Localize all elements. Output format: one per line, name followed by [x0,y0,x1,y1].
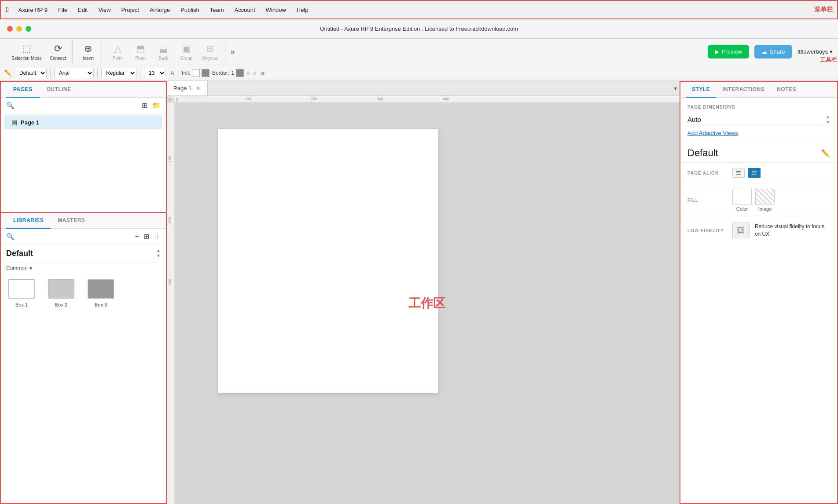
menu-arrange[interactable]: Arrange [145,5,174,15]
ruler-origin: ⊕ [167,97,172,102]
dimension-stepper[interactable]: ▲ ▼ [826,114,830,125]
pages-panel: PAGES OUTLINE 🔍 ⊞ 📁 ▤ Page 1 [0,81,167,213]
tab-masters[interactable]: MASTERS [51,213,92,229]
fill-color-label: Color [736,206,748,212]
point-button[interactable]: △ Point [107,40,129,63]
ruler-line-100 [245,100,245,102]
widget-box2[interactable]: Box 2 [46,279,77,307]
ungroup-button[interactable]: ⊞ Ungroup [198,40,222,63]
menu-window[interactable]: Window [261,5,290,15]
minimize-button[interactable] [16,26,22,32]
fill-image-option[interactable]: Image [755,189,775,212]
canvas-workspace-area[interactable]: 工作区 [174,103,680,504]
point-label: Point [113,56,123,61]
format-separator-1 [50,69,51,77]
connect-icon: ⟳ [54,43,62,55]
selection-mode-icon: ⬚ [22,43,31,55]
lib-chevron-icon[interactable]: ▲ ▼ [156,248,161,259]
weight-select[interactable]: Regular [101,68,136,78]
format-more-button[interactable]: » [261,69,265,77]
pages-search-icon[interactable]: 🔍 [6,102,15,110]
user-menu[interactable]: ttflowerboys ▾ [798,48,833,55]
front-button[interactable]: ⬒ Front [129,40,151,63]
menu-team[interactable]: Team [206,5,228,15]
insert-icon: ⊕ [84,43,92,55]
fill-color-white[interactable] [192,69,200,77]
menu-axure[interactable]: Axure RP 9 [14,5,52,15]
libs-actions: + ⊞ ⋮ [135,232,161,241]
menu-project[interactable]: Project [117,5,143,15]
libs-add-icon[interactable]: + [135,233,139,241]
border-color-gray[interactable] [236,69,244,77]
point-icon: △ [114,43,121,55]
insert-label: Insert [83,56,94,61]
ungroup-icon: ⊞ [206,43,214,55]
libs-grid-icon[interactable]: ⊞ [143,232,149,241]
libs-more-icon[interactable]: ⋮ [154,232,161,241]
tab-notes[interactable]: NOTES [771,82,802,98]
page-align-row: PAGE ALIGN ☰ ☰ [680,163,837,183]
menu-publish[interactable]: Publish [176,5,204,15]
menu-file[interactable]: File [54,5,72,15]
close-button[interactable] [7,26,13,32]
widget-box3[interactable]: Box 3 [85,279,116,307]
menu-account[interactable]: Account [230,5,260,15]
menu-help[interactable]: Help [292,5,313,15]
page-item-page1[interactable]: ▤ Page 1 [4,115,162,129]
back-label: Back [158,56,168,61]
edit-style-icon: ✏️ [4,69,12,77]
group-icon: ▣ [182,43,191,55]
size-select[interactable]: 13 [144,68,166,78]
widget-box1[interactable]: Box 1 [6,279,37,307]
preview-button[interactable]: ▶ Preview [708,45,749,58]
canvas-tab-page1[interactable]: Page 1 ✕ [167,81,208,95]
username-label: ttflowerboys [798,48,828,55]
font-select[interactable]: Arial [54,68,94,78]
fill-color-option[interactable]: Color [732,189,752,212]
tab-outline[interactable]: OUTLINE [40,82,78,98]
share-button[interactable]: ☁ Share [754,45,792,58]
preview-label: Preview [722,48,742,55]
add-page-icon[interactable]: ⊞ [142,101,147,110]
tab-style[interactable]: STYLE [686,82,716,98]
group-label: Group [180,56,192,61]
add-adaptive-views-link[interactable]: Add Adaptive Views [687,130,830,136]
tab-interactions[interactable]: INTERACTIONS [716,82,771,98]
canvas-tab-close-icon[interactable]: ✕ [195,84,201,92]
toolbar-more-button[interactable]: » [227,45,239,58]
lib-category-arrow: ▾ [29,265,32,271]
align-center-button[interactable]: ☰ [748,168,761,178]
edit-default-icon[interactable]: ✏️ [821,149,830,157]
widget-box1-label: Box 1 [15,302,28,307]
add-folder-icon[interactable]: 📁 [152,101,161,110]
ruler-vmark-300: 300 [168,279,172,285]
page-name: Page 1 [21,119,39,126]
tab-libraries[interactable]: LIBRARIES [6,213,51,229]
default-section: Default ✏️ [680,140,837,163]
ruler-mark-300: 300 [377,97,383,101]
dimension-down-arrow: ▼ [826,120,830,125]
menu-edit[interactable]: Edit [74,5,92,15]
back-icon: ⬓ [159,43,168,55]
canvas-area-label: 工作区 [408,295,445,312]
menu-view[interactable]: View [94,5,115,15]
widget-box2-label: Box 2 [55,302,67,307]
format-separator-3 [140,69,140,77]
maximize-button[interactable] [26,26,31,32]
tab-pages[interactable]: PAGES [6,82,40,98]
group-button[interactable]: ▣ Group [175,40,197,63]
lib-selected-name: Default [6,249,156,258]
selection-mode-button[interactable]: ⬚ Selection Mode [8,40,45,63]
style-name-select[interactable]: Default [15,68,47,78]
connect-button[interactable]: ⟳ Connect [46,40,70,63]
fill-color-gray[interactable] [202,69,210,77]
canvas-tab-dropdown[interactable]: ▾ [671,82,680,95]
back-button[interactable]: ⬓ Back [152,40,174,63]
title-bar: Untitled - Axure RP 9 Enterprise Edition… [0,19,838,39]
align-left-button[interactable]: ☰ [732,168,745,178]
lib-category[interactable]: Common ▾ [1,263,166,274]
dimension-value: Auto [687,114,822,125]
insert-button[interactable]: ⊕ Insert [77,40,99,63]
border-align-icon-1: ≡ [246,69,250,77]
libs-search-icon[interactable]: 🔍 [6,233,15,241]
